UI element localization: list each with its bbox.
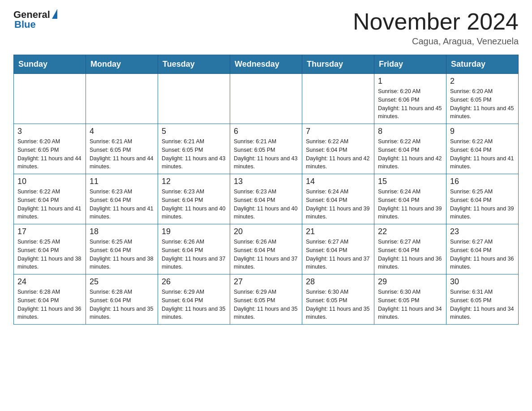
calendar-cell: 15Sunrise: 6:24 AM Sunset: 6:04 PM Dayli… bbox=[374, 174, 446, 224]
day-number: 7 bbox=[306, 127, 370, 136]
calendar-cell: 30Sunrise: 6:31 AM Sunset: 6:05 PM Dayli… bbox=[446, 274, 519, 325]
calendar-cell: 22Sunrise: 6:27 AM Sunset: 6:04 PM Dayli… bbox=[374, 224, 446, 274]
calendar-cell: 6Sunrise: 6:21 AM Sunset: 6:05 PM Daylig… bbox=[230, 124, 302, 174]
day-number: 27 bbox=[234, 277, 298, 287]
day-number: 9 bbox=[450, 127, 515, 136]
column-header-saturday: Saturday bbox=[446, 55, 519, 74]
calendar-cell: 4Sunrise: 6:21 AM Sunset: 6:05 PM Daylig… bbox=[86, 124, 158, 174]
day-info: Sunrise: 6:28 AM Sunset: 6:04 PM Dayligh… bbox=[90, 288, 154, 321]
day-info: Sunrise: 6:25 AM Sunset: 6:04 PM Dayligh… bbox=[450, 188, 515, 221]
day-info: Sunrise: 6:24 AM Sunset: 6:04 PM Dayligh… bbox=[378, 188, 442, 221]
day-number: 2 bbox=[450, 77, 515, 86]
week-row-4: 17Sunrise: 6:25 AM Sunset: 6:04 PM Dayli… bbox=[14, 224, 519, 274]
column-header-wednesday: Wednesday bbox=[230, 55, 302, 74]
calendar-cell: 24Sunrise: 6:28 AM Sunset: 6:04 PM Dayli… bbox=[14, 274, 86, 325]
calendar-cell: 7Sunrise: 6:22 AM Sunset: 6:04 PM Daylig… bbox=[302, 124, 374, 174]
day-info: Sunrise: 6:22 AM Sunset: 6:04 PM Dayligh… bbox=[306, 137, 370, 171]
calendar-cell: 13Sunrise: 6:23 AM Sunset: 6:04 PM Dayli… bbox=[230, 174, 302, 224]
week-row-2: 3Sunrise: 6:20 AM Sunset: 6:05 PM Daylig… bbox=[14, 124, 519, 174]
day-info: Sunrise: 6:26 AM Sunset: 6:04 PM Dayligh… bbox=[162, 238, 226, 271]
day-info: Sunrise: 6:23 AM Sunset: 6:04 PM Dayligh… bbox=[162, 188, 226, 221]
calendar-cell: 19Sunrise: 6:26 AM Sunset: 6:04 PM Dayli… bbox=[158, 224, 230, 274]
calendar-cell: 1Sunrise: 6:20 AM Sunset: 6:06 PM Daylig… bbox=[374, 74, 446, 124]
day-info: Sunrise: 6:23 AM Sunset: 6:04 PM Dayligh… bbox=[90, 188, 154, 221]
column-header-thursday: Thursday bbox=[302, 55, 374, 74]
column-header-friday: Friday bbox=[374, 55, 446, 74]
calendar-cell bbox=[158, 74, 230, 124]
day-number: 21 bbox=[306, 227, 370, 236]
calendar-cell: 21Sunrise: 6:27 AM Sunset: 6:04 PM Dayli… bbox=[302, 224, 374, 274]
day-number: 11 bbox=[90, 177, 154, 186]
day-info: Sunrise: 6:26 AM Sunset: 6:04 PM Dayligh… bbox=[234, 238, 298, 271]
calendar-cell: 3Sunrise: 6:20 AM Sunset: 6:05 PM Daylig… bbox=[14, 124, 86, 174]
day-info: Sunrise: 6:23 AM Sunset: 6:04 PM Dayligh… bbox=[234, 188, 298, 221]
calendar-cell: 25Sunrise: 6:28 AM Sunset: 6:04 PM Dayli… bbox=[86, 274, 158, 325]
calendar-cell bbox=[230, 74, 302, 124]
calendar-table: SundayMondayTuesdayWednesdayThursdayFrid… bbox=[13, 55, 519, 325]
day-info: Sunrise: 6:20 AM Sunset: 6:06 PM Dayligh… bbox=[378, 87, 442, 121]
day-number: 13 bbox=[234, 177, 298, 186]
day-info: Sunrise: 6:22 AM Sunset: 6:04 PM Dayligh… bbox=[17, 188, 82, 221]
day-number: 25 bbox=[90, 277, 154, 287]
calendar-cell: 20Sunrise: 6:26 AM Sunset: 6:04 PM Dayli… bbox=[230, 224, 302, 274]
title-section: November 2024 Cagua, Aragua, Venezuela bbox=[353, 9, 519, 47]
day-number: 20 bbox=[234, 227, 298, 236]
column-header-tuesday: Tuesday bbox=[158, 55, 230, 74]
day-info: Sunrise: 6:21 AM Sunset: 6:05 PM Dayligh… bbox=[162, 137, 226, 171]
day-info: Sunrise: 6:21 AM Sunset: 6:05 PM Dayligh… bbox=[90, 137, 154, 171]
day-number: 12 bbox=[162, 177, 226, 186]
month-title: November 2024 bbox=[353, 9, 519, 34]
day-number: 24 bbox=[17, 277, 82, 287]
day-number: 22 bbox=[378, 227, 442, 236]
day-number: 16 bbox=[450, 177, 515, 186]
day-info: Sunrise: 6:27 AM Sunset: 6:04 PM Dayligh… bbox=[450, 238, 515, 271]
calendar-cell: 23Sunrise: 6:27 AM Sunset: 6:04 PM Dayli… bbox=[446, 224, 519, 274]
day-info: Sunrise: 6:29 AM Sunset: 6:05 PM Dayligh… bbox=[234, 288, 298, 321]
calendar-cell bbox=[14, 74, 86, 124]
calendar-cell: 18Sunrise: 6:25 AM Sunset: 6:04 PM Dayli… bbox=[86, 224, 158, 274]
day-info: Sunrise: 6:25 AM Sunset: 6:04 PM Dayligh… bbox=[17, 238, 82, 271]
calendar-cell: 12Sunrise: 6:23 AM Sunset: 6:04 PM Dayli… bbox=[158, 174, 230, 224]
day-info: Sunrise: 6:27 AM Sunset: 6:04 PM Dayligh… bbox=[378, 238, 442, 271]
calendar-cell: 16Sunrise: 6:25 AM Sunset: 6:04 PM Dayli… bbox=[446, 174, 519, 224]
calendar-cell: 27Sunrise: 6:29 AM Sunset: 6:05 PM Dayli… bbox=[230, 274, 302, 325]
week-row-5: 24Sunrise: 6:28 AM Sunset: 6:04 PM Dayli… bbox=[14, 274, 519, 325]
calendar-cell: 8Sunrise: 6:22 AM Sunset: 6:04 PM Daylig… bbox=[374, 124, 446, 174]
day-number: 15 bbox=[378, 177, 442, 186]
day-info: Sunrise: 6:30 AM Sunset: 6:05 PM Dayligh… bbox=[378, 288, 442, 321]
calendar-cell: 2Sunrise: 6:20 AM Sunset: 6:05 PM Daylig… bbox=[446, 74, 519, 124]
day-number: 18 bbox=[90, 227, 154, 236]
day-info: Sunrise: 6:25 AM Sunset: 6:04 PM Dayligh… bbox=[90, 238, 154, 271]
column-header-sunday: Sunday bbox=[14, 55, 86, 74]
day-number: 4 bbox=[90, 127, 154, 136]
day-info: Sunrise: 6:20 AM Sunset: 6:05 PM Dayligh… bbox=[450, 87, 515, 121]
day-info: Sunrise: 6:22 AM Sunset: 6:04 PM Dayligh… bbox=[450, 137, 515, 171]
week-row-3: 10Sunrise: 6:22 AM Sunset: 6:04 PM Dayli… bbox=[14, 174, 519, 224]
day-info: Sunrise: 6:30 AM Sunset: 6:05 PM Dayligh… bbox=[306, 288, 370, 321]
day-number: 30 bbox=[450, 277, 515, 287]
calendar-cell: 10Sunrise: 6:22 AM Sunset: 6:04 PM Dayli… bbox=[14, 174, 86, 224]
day-number: 3 bbox=[17, 127, 82, 136]
page-header: General Blue November 2024 Cagua, Aragua… bbox=[13, 9, 519, 47]
calendar-cell: 28Sunrise: 6:30 AM Sunset: 6:05 PM Dayli… bbox=[302, 274, 374, 325]
day-number: 29 bbox=[378, 277, 442, 287]
day-info: Sunrise: 6:21 AM Sunset: 6:05 PM Dayligh… bbox=[234, 137, 298, 171]
logo: General Blue bbox=[13, 9, 57, 30]
day-info: Sunrise: 6:31 AM Sunset: 6:05 PM Dayligh… bbox=[450, 288, 515, 321]
day-number: 28 bbox=[306, 277, 370, 287]
calendar-cell: 9Sunrise: 6:22 AM Sunset: 6:04 PM Daylig… bbox=[446, 124, 519, 174]
calendar-cell: 11Sunrise: 6:23 AM Sunset: 6:04 PM Dayli… bbox=[86, 174, 158, 224]
day-number: 19 bbox=[162, 227, 226, 236]
logo-triangle-icon bbox=[52, 9, 57, 19]
day-number: 1 bbox=[378, 77, 442, 86]
day-number: 23 bbox=[450, 227, 515, 236]
column-header-monday: Monday bbox=[86, 55, 158, 74]
day-number: 17 bbox=[17, 227, 82, 236]
day-number: 6 bbox=[234, 127, 298, 136]
day-number: 14 bbox=[306, 177, 370, 186]
calendar-cell: 14Sunrise: 6:24 AM Sunset: 6:04 PM Dayli… bbox=[302, 174, 374, 224]
calendar-cell: 17Sunrise: 6:25 AM Sunset: 6:04 PM Dayli… bbox=[14, 224, 86, 274]
week-row-1: 1Sunrise: 6:20 AM Sunset: 6:06 PM Daylig… bbox=[14, 74, 519, 124]
calendar-cell: 29Sunrise: 6:30 AM Sunset: 6:05 PM Dayli… bbox=[374, 274, 446, 325]
day-info: Sunrise: 6:20 AM Sunset: 6:05 PM Dayligh… bbox=[17, 137, 82, 171]
